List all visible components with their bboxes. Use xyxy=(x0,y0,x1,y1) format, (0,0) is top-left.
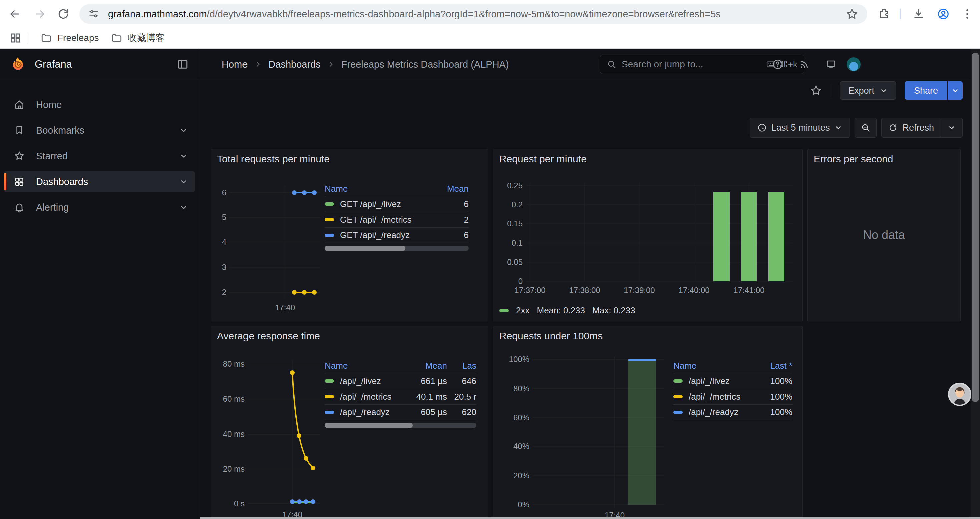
export-label: Export xyxy=(848,86,874,96)
page-scrollbar[interactable] xyxy=(970,49,980,519)
bookmark-folder-freeleaps[interactable]: Freeleaps xyxy=(35,30,105,46)
sidebar-item-dashboards[interactable]: Dashboards xyxy=(4,171,195,192)
panel-title[interactable]: Errors per second xyxy=(813,153,893,164)
sidebar-item-starred[interactable]: Starred xyxy=(4,145,195,167)
time-range-picker[interactable]: Last 5 minutes xyxy=(749,118,850,137)
series-name[interactable]: /api/_/livez xyxy=(340,376,397,386)
series-name[interactable]: /api/_/metrics xyxy=(689,392,756,402)
breadcrumb-home[interactable]: Home xyxy=(222,59,248,70)
timeseries-chart[interactable]: 80 ms 60 ms 40 ms 20 ms 0 s 17:40 xyxy=(216,350,326,519)
legend-header-name[interactable]: Name xyxy=(325,361,397,371)
legend-row[interactable]: /api/_/metrics 40.1 ms 20.5 r xyxy=(325,389,476,404)
panel-request-per-minute: Request per minute 0.25 0.2 0.15 0.1 0.0… xyxy=(493,149,803,321)
series-name[interactable]: /api/_/metrics xyxy=(340,392,397,402)
series-name[interactable]: GET /api/_/livez xyxy=(340,199,435,209)
refresh-button[interactable]: Refresh xyxy=(881,118,941,137)
help-icon[interactable] xyxy=(772,59,783,70)
series-swatch-blue xyxy=(325,411,334,414)
series-name[interactable]: /api/_/livez xyxy=(689,376,756,386)
chevron-right-icon xyxy=(327,61,334,68)
downloads-icon[interactable] xyxy=(909,5,928,23)
series-name[interactable]: 2xx xyxy=(516,305,529,316)
legend-row[interactable]: GET /api/_/metrics 2 xyxy=(325,212,469,227)
legend-row[interactable]: /api/_/livez 100% xyxy=(673,373,792,389)
series-name[interactable]: GET /api/_/metrics xyxy=(340,215,435,225)
address-bar[interactable]: grafana.mathmast.com/d/deytv4rwavabkb/fr… xyxy=(80,4,867,24)
chevron-down-icon[interactable] xyxy=(180,126,188,134)
series-name[interactable]: GET /api/_/readyz xyxy=(340,230,435,241)
apps-grid-icon[interactable] xyxy=(10,32,21,44)
browser-menu-icon[interactable] xyxy=(958,5,977,23)
series-swatch-green xyxy=(500,309,509,312)
news-rss-icon[interactable] xyxy=(799,59,810,70)
panel-title[interactable]: Average response time xyxy=(217,330,320,342)
sidebar-collapse-icon[interactable] xyxy=(177,58,189,70)
assistant-avatar[interactable] xyxy=(948,383,971,406)
svg-text:0.2: 0.2 xyxy=(512,200,523,209)
brand-name[interactable]: Grafana xyxy=(35,58,72,70)
chevron-down-icon xyxy=(834,124,842,132)
refresh-interval-button[interactable] xyxy=(941,118,963,137)
chevron-down-icon[interactable] xyxy=(180,203,188,212)
site-settings-icon[interactable] xyxy=(88,8,99,20)
legend-header-mean[interactable]: Mean xyxy=(397,361,447,371)
panel-title[interactable]: Total requests per minute xyxy=(217,153,329,164)
page-scrollbar-thumb[interactable] xyxy=(972,53,979,402)
bar-chart[interactable]: 100% 80% 60% 40% 20% 0% 17:40 xyxy=(499,350,672,519)
sidebar-item-label: Alerting xyxy=(36,202,69,213)
sidebar-item-home[interactable]: Home xyxy=(4,94,195,115)
bar-chart[interactable]: 0.25 0.2 0.15 0.1 0.05 0 17:37:00 17:38:… xyxy=(499,172,797,300)
toolbar-divider xyxy=(830,84,831,97)
panel-title[interactable]: Request per minute xyxy=(500,153,587,164)
legend-row[interactable]: GET /api/_/livez 6 xyxy=(325,196,469,212)
legend-row[interactable]: /api/_/livez 661 µs 646 xyxy=(325,373,476,389)
legend-row[interactable]: /api/_/readyz 605 µs 620 xyxy=(325,404,476,420)
share-menu-button[interactable] xyxy=(947,81,963,99)
legend-row[interactable]: /api/_/metrics 100% xyxy=(673,389,792,404)
bookmark-folder-blogs[interactable]: 收藏博客 xyxy=(105,29,171,47)
grafana-logo-icon[interactable] xyxy=(10,56,26,72)
chevron-down-icon[interactable] xyxy=(180,177,188,186)
svg-text:100%: 100% xyxy=(509,355,529,364)
series-name[interactable]: /api/_/readyz xyxy=(689,407,756,417)
zoom-out-button[interactable] xyxy=(854,118,877,137)
export-button[interactable]: Export xyxy=(840,81,896,99)
chevron-down-icon xyxy=(951,86,959,94)
extensions-icon[interactable] xyxy=(875,5,893,23)
legend-row[interactable]: /api/_/readyz 100% xyxy=(673,404,792,420)
legend-header-last[interactable]: Las xyxy=(447,361,476,371)
legend-row[interactable]: GET /api/_/readyz 6 xyxy=(325,227,469,243)
kiosk-monitor-icon[interactable] xyxy=(825,59,837,70)
breadcrumb: Home Dashboards Freeleaps Metrics Dashbo… xyxy=(222,49,509,80)
chevron-down-icon[interactable] xyxy=(180,152,188,160)
profile-icon[interactable] xyxy=(934,5,953,23)
dashboard-toolbar: Export Share xyxy=(199,80,963,101)
sidebar-item-bookmarks[interactable]: Bookmarks xyxy=(4,120,195,141)
legend-scrollbar-thumb[interactable] xyxy=(325,423,413,428)
window-bottom-edge xyxy=(200,517,980,519)
timeseries-chart[interactable]: 6 5 4 3 2 17:40 xyxy=(216,172,326,316)
bookmark-star-icon[interactable] xyxy=(845,7,859,21)
legend-header-name[interactable]: Name xyxy=(325,184,435,194)
bookmarks-bar: Freeleaps 收藏博客 xyxy=(0,28,980,48)
forward-icon[interactable] xyxy=(31,5,49,23)
sidebar-item-alerting[interactable]: Alerting xyxy=(4,197,195,218)
legend-header-name[interactable]: Name xyxy=(673,361,756,371)
legend-header-mean[interactable]: Mean xyxy=(435,184,469,194)
legend-scrollbar[interactable] xyxy=(325,423,476,428)
legend-scrollbar[interactable] xyxy=(325,246,469,251)
svg-text:0%: 0% xyxy=(518,500,529,509)
legend-scrollbar-thumb[interactable] xyxy=(325,246,405,251)
series-name[interactable]: /api/_/readyz xyxy=(340,407,397,417)
search-input[interactable] xyxy=(622,59,766,70)
user-avatar[interactable] xyxy=(846,57,861,72)
reload-icon[interactable] xyxy=(54,5,73,23)
series-mean: 6 xyxy=(435,199,469,209)
panel-title[interactable]: Requests under 100ms xyxy=(500,330,603,342)
share-button[interactable]: Share xyxy=(905,81,947,99)
legend-header-last[interactable]: Last * xyxy=(756,361,792,371)
breadcrumb-dashboards[interactable]: Dashboards xyxy=(268,59,320,70)
back-icon[interactable] xyxy=(5,5,24,23)
svg-text:17:40:00: 17:40:00 xyxy=(678,286,710,295)
favorite-star-icon[interactable] xyxy=(810,85,822,96)
